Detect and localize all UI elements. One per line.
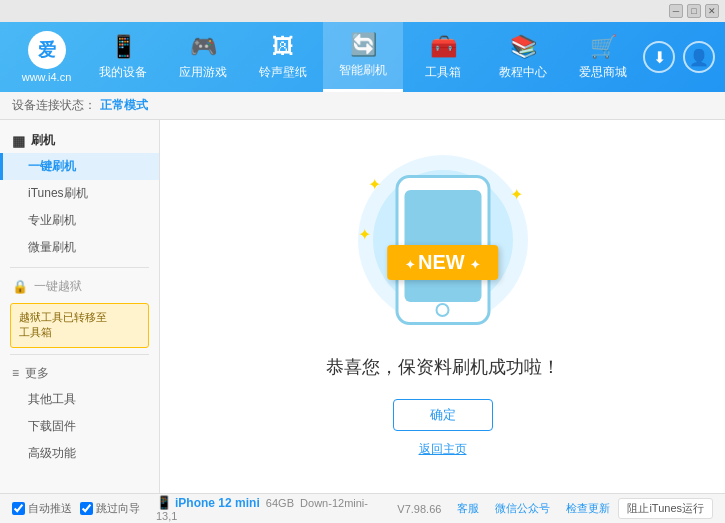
- pro-flash-label: 专业刷机: [28, 213, 76, 227]
- my-device-icon: 📱: [110, 34, 137, 60]
- ringtone-icon: 🖼: [272, 34, 294, 60]
- nav-smart-flash-label: 智能刷机: [339, 62, 387, 79]
- nav-items: 📱 我的设备 🎮 应用游戏 🖼 铃声壁纸 🔄 智能刷机 🧰 工具箱 📚 教程中心…: [83, 22, 643, 92]
- new-badge: NEW: [387, 245, 499, 280]
- nav-tutorial[interactable]: 📚 教程中心: [483, 22, 563, 92]
- auto-push-input[interactable]: [12, 502, 25, 515]
- device-icon: 📱: [156, 495, 172, 510]
- sidebar-item-pro-flash[interactable]: 专业刷机: [0, 207, 159, 234]
- smart-flash-icon: 🔄: [350, 32, 377, 58]
- micro-flash-label: 微量刷机: [28, 240, 76, 254]
- minimize-button[interactable]: ─: [669, 4, 683, 18]
- confirm-button[interactable]: 确定: [393, 399, 493, 431]
- sidebar-warning-box: 越狱工具已转移至 工具箱: [10, 303, 149, 348]
- user-button[interactable]: 👤: [683, 41, 715, 73]
- lock-icon: 🔒: [12, 279, 28, 294]
- sidebar-jailbreak-gray: 🔒 一键越狱: [0, 274, 159, 299]
- stop-itunes-button[interactable]: 阻止iTunes运行: [618, 498, 713, 519]
- success-title: 恭喜您，保资料刷机成功啦！: [326, 355, 560, 379]
- logo-icon: 爱: [28, 31, 66, 69]
- store-icon: 🛒: [590, 34, 617, 60]
- warning-text: 越狱工具已转移至 工具箱: [19, 311, 107, 338]
- wechat-link[interactable]: 微信公众号: [495, 501, 550, 516]
- flash-section-icon: ▦: [12, 133, 25, 149]
- sparkle-3: ✦: [358, 225, 371, 244]
- sidebar-divider-2: [10, 354, 149, 355]
- sidebar-flash-label: 刷机: [31, 132, 55, 149]
- bottom-bar: 自动推送 跳过向导 📱 iPhone 12 mini 64GB Down-12m…: [0, 493, 725, 523]
- nav-toolbox-label: 工具箱: [425, 64, 461, 81]
- one-click-flash-label: 一键刷机: [28, 159, 76, 173]
- device-storage: 64GB: [263, 497, 294, 509]
- toolbox-icon: 🧰: [430, 34, 457, 60]
- sidebar-flash-header: ▦ 刷机: [0, 128, 159, 153]
- title-bar: ─ □ ✕: [0, 0, 725, 22]
- maximize-button[interactable]: □: [687, 4, 701, 18]
- back-link[interactable]: 返回主页: [419, 441, 467, 458]
- logo-area: 爱 www.i4.cn: [10, 31, 83, 83]
- sidebar-item-one-click-flash[interactable]: 一键刷机: [0, 153, 159, 180]
- more-icon: ≡: [12, 366, 19, 380]
- auto-push-checkbox[interactable]: 自动推送: [12, 501, 72, 516]
- sidebar-more-header: ≡ 更多: [0, 361, 159, 386]
- bottom-right: V7.98.66 客服 微信公众号 检查更新: [397, 501, 610, 516]
- download-button[interactable]: ⬇: [643, 41, 675, 73]
- sidebar-item-itunes-flash[interactable]: iTunes刷机: [0, 180, 159, 207]
- stop-itunes-label: 阻止iTunes运行: [627, 501, 704, 516]
- itunes-flash-label: iTunes刷机: [28, 186, 88, 200]
- more-label: 更多: [25, 365, 49, 382]
- nav-my-device[interactable]: 📱 我的设备: [83, 22, 163, 92]
- check-update-link[interactable]: 检查更新: [566, 501, 610, 516]
- sidebar-flash-section: ▦ 刷机 一键刷机 iTunes刷机 专业刷机 微量刷机: [0, 128, 159, 261]
- tutorial-icon: 📚: [510, 34, 537, 60]
- skip-guide-checkbox[interactable]: 跳过向导: [80, 501, 140, 516]
- nav-apps-games[interactable]: 🎮 应用游戏: [163, 22, 243, 92]
- top-nav: 爱 www.i4.cn 📱 我的设备 🎮 应用游戏 🖼 铃声壁纸 🔄 智能刷机 …: [0, 22, 725, 92]
- nav-apps-games-label: 应用游戏: [179, 64, 227, 81]
- nav-ringtone-label: 铃声壁纸: [259, 64, 307, 81]
- jailbreak-label: 一键越狱: [34, 278, 82, 295]
- logo-site: www.i4.cn: [22, 71, 72, 83]
- customer-service-link[interactable]: 客服: [457, 501, 479, 516]
- skip-guide-label: 跳过向导: [96, 501, 140, 516]
- nav-toolbox[interactable]: 🧰 工具箱: [403, 22, 483, 92]
- sidebar: ▦ 刷机 一键刷机 iTunes刷机 专业刷机 微量刷机 🔒 一键越狱 越狱工具…: [0, 120, 160, 493]
- status-value: 正常模式: [100, 97, 148, 114]
- nav-smart-flash[interactable]: 🔄 智能刷机: [323, 22, 403, 92]
- sparkle-2: ✦: [510, 185, 523, 204]
- nav-my-device-label: 我的设备: [99, 64, 147, 81]
- bottom-left: 自动推送 跳过向导 📱 iPhone 12 mini 64GB Down-12m…: [12, 495, 389, 522]
- phone-illustration: NEW ✦ ✦ ✦: [353, 155, 533, 335]
- nav-right-buttons: ⬇ 👤: [643, 41, 715, 73]
- status-bar: 设备连接状态： 正常模式: [0, 92, 725, 120]
- sidebar-divider-1: [10, 267, 149, 268]
- apps-games-icon: 🎮: [190, 34, 217, 60]
- nav-ringtone[interactable]: 🖼 铃声壁纸: [243, 22, 323, 92]
- status-label: 设备连接状态：: [12, 97, 96, 114]
- device-name: iPhone 12 mini: [175, 496, 260, 510]
- download-firmware-label: 下载固件: [28, 419, 76, 433]
- device-info: 📱 iPhone 12 mini 64GB Down-12mini-13,1: [156, 495, 389, 522]
- version-label: V7.98.66: [397, 503, 441, 515]
- auto-push-label: 自动推送: [28, 501, 72, 516]
- sidebar-item-advanced-features[interactable]: 高级功能: [0, 440, 159, 467]
- main-area: ▦ 刷机 一键刷机 iTunes刷机 专业刷机 微量刷机 🔒 一键越狱 越狱工具…: [0, 120, 725, 493]
- advanced-features-label: 高级功能: [28, 446, 76, 460]
- close-button[interactable]: ✕: [705, 4, 719, 18]
- nav-store-label: 爱思商城: [579, 64, 627, 81]
- nav-tutorial-label: 教程中心: [499, 64, 547, 81]
- nav-store[interactable]: 🛒 爱思商城: [563, 22, 643, 92]
- skip-guide-input[interactable]: [80, 502, 93, 515]
- other-tools-label: 其他工具: [28, 392, 76, 406]
- sparkle-1: ✦: [368, 175, 381, 194]
- phone-home-button: [436, 303, 450, 317]
- sidebar-item-download-firmware[interactable]: 下载固件: [0, 413, 159, 440]
- sidebar-item-other-tools[interactable]: 其他工具: [0, 386, 159, 413]
- content-area: NEW ✦ ✦ ✦ 恭喜您，保资料刷机成功啦！ 确定 返回主页: [160, 120, 725, 493]
- sidebar-item-micro-flash[interactable]: 微量刷机: [0, 234, 159, 261]
